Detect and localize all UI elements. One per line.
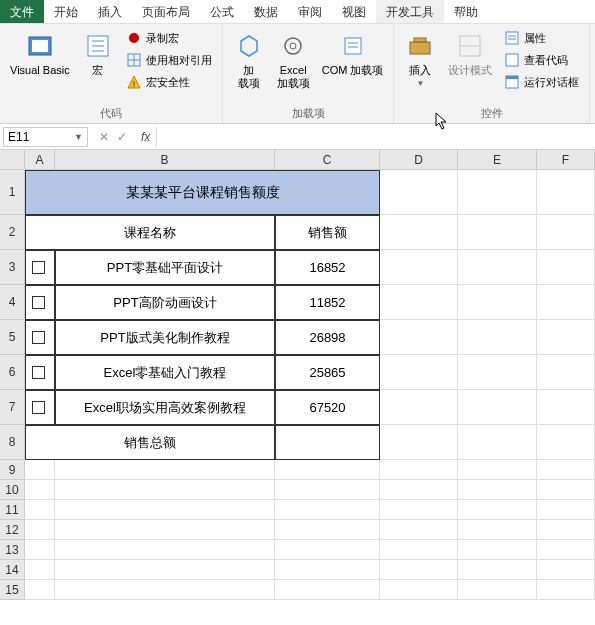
cell-E1[interactable]: [458, 170, 537, 215]
tab-page-layout[interactable]: 页面布局: [132, 0, 200, 23]
confirm-formula-button[interactable]: ✓: [117, 130, 127, 144]
cell-header-value[interactable]: 销售额: [275, 215, 380, 250]
tab-developer[interactable]: 开发工具: [376, 0, 444, 23]
row-header-15[interactable]: 15: [0, 580, 25, 600]
cell-F4[interactable]: [537, 285, 595, 320]
col-header-F[interactable]: F: [537, 150, 595, 170]
cell-E7[interactable]: [458, 390, 537, 425]
cell-B5[interactable]: PPT版式美化制作教程: [55, 320, 275, 355]
col-header-B[interactable]: B: [55, 150, 275, 170]
row-header-12[interactable]: 12: [0, 520, 25, 540]
cell-B9[interactable]: [55, 460, 275, 480]
checkbox-row3[interactable]: [32, 331, 45, 344]
cell-D15[interactable]: [380, 580, 458, 600]
cell-title[interactable]: 某某某平台课程销售额度: [25, 170, 380, 215]
insert-control-button[interactable]: 插入 ▼: [400, 28, 440, 90]
cell-F7[interactable]: [537, 390, 595, 425]
tab-view[interactable]: 视图: [332, 0, 376, 23]
cell-C15[interactable]: [275, 580, 380, 600]
cell-C6[interactable]: 25865: [275, 355, 380, 390]
col-header-E[interactable]: E: [458, 150, 537, 170]
cell-E14[interactable]: [458, 560, 537, 580]
select-all-corner[interactable]: [0, 150, 25, 170]
checkbox-row4[interactable]: [32, 366, 45, 379]
cell-E4[interactable]: [458, 285, 537, 320]
checkbox-row2[interactable]: [32, 296, 45, 309]
cell-D12[interactable]: [380, 520, 458, 540]
col-header-D[interactable]: D: [380, 150, 458, 170]
cell-C10[interactable]: [275, 480, 380, 500]
cell-F3[interactable]: [537, 250, 595, 285]
cell-A5[interactable]: [25, 320, 55, 355]
tab-review[interactable]: 审阅: [288, 0, 332, 23]
cell-F8[interactable]: [537, 425, 595, 460]
macro-security-button[interactable]: ! 宏安全性: [122, 72, 216, 92]
cell-F13[interactable]: [537, 540, 595, 560]
cancel-formula-button[interactable]: ✕: [99, 130, 109, 144]
cell-A4[interactable]: [25, 285, 55, 320]
tab-help[interactable]: 帮助: [444, 0, 488, 23]
cell-E15[interactable]: [458, 580, 537, 600]
cell-E5[interactable]: [458, 320, 537, 355]
cell-D7[interactable]: [380, 390, 458, 425]
addins-button[interactable]: 加 载项: [229, 28, 269, 92]
cell-D14[interactable]: [380, 560, 458, 580]
com-addins-button[interactable]: COM 加载项: [318, 28, 388, 79]
cell-D10[interactable]: [380, 480, 458, 500]
cell-C7[interactable]: 67520: [275, 390, 380, 425]
row-header-13[interactable]: 13: [0, 540, 25, 560]
cell-F15[interactable]: [537, 580, 595, 600]
cell-D4[interactable]: [380, 285, 458, 320]
cell-C4[interactable]: 11852: [275, 285, 380, 320]
tab-insert[interactable]: 插入: [88, 0, 132, 23]
row-header-11[interactable]: 11: [0, 500, 25, 520]
cell-B7[interactable]: Excel职场实用高效案例教程: [55, 390, 275, 425]
row-header-5[interactable]: 5: [0, 320, 25, 355]
cell-C12[interactable]: [275, 520, 380, 540]
cell-B6[interactable]: Excel零基础入门教程: [55, 355, 275, 390]
cell-D11[interactable]: [380, 500, 458, 520]
cell-F12[interactable]: [537, 520, 595, 540]
row-header-2[interactable]: 2: [0, 215, 25, 250]
cell-F1[interactable]: [537, 170, 595, 215]
formula-bar[interactable]: [156, 127, 595, 147]
excel-addins-button[interactable]: Excel 加载项: [273, 28, 314, 92]
cell-A6[interactable]: [25, 355, 55, 390]
cell-A3[interactable]: [25, 250, 55, 285]
cell-D1[interactable]: [380, 170, 458, 215]
cell-header-name[interactable]: 课程名称: [25, 215, 275, 250]
cell-E3[interactable]: [458, 250, 537, 285]
cell-C3[interactable]: 16852: [275, 250, 380, 285]
macros-button[interactable]: 宏: [78, 28, 118, 79]
cell-F5[interactable]: [537, 320, 595, 355]
cell-F11[interactable]: [537, 500, 595, 520]
cell-E13[interactable]: [458, 540, 537, 560]
cell-B15[interactable]: [55, 580, 275, 600]
row-header-9[interactable]: 9: [0, 460, 25, 480]
cell-D3[interactable]: [380, 250, 458, 285]
cell-C9[interactable]: [275, 460, 380, 480]
checkbox-row5[interactable]: [32, 401, 45, 414]
row-header-1[interactable]: 1: [0, 170, 25, 215]
cell-A7[interactable]: [25, 390, 55, 425]
col-header-C[interactable]: C: [275, 150, 380, 170]
cell-E9[interactable]: [458, 460, 537, 480]
row-header-4[interactable]: 4: [0, 285, 25, 320]
use-relative-refs-button[interactable]: 使用相对引用: [122, 50, 216, 70]
row-header-10[interactable]: 10: [0, 480, 25, 500]
cell-B11[interactable]: [55, 500, 275, 520]
row-header-8[interactable]: 8: [0, 425, 25, 460]
row-header-3[interactable]: 3: [0, 250, 25, 285]
name-box[interactable]: E11 ▼: [3, 127, 88, 147]
cell-D8[interactable]: [380, 425, 458, 460]
cell-F14[interactable]: [537, 560, 595, 580]
cell-D13[interactable]: [380, 540, 458, 560]
view-code-button[interactable]: 查看代码: [500, 50, 583, 70]
cell-E11[interactable]: [458, 500, 537, 520]
visual-basic-button[interactable]: Visual Basic: [6, 28, 74, 79]
cell-F2[interactable]: [537, 215, 595, 250]
tab-data[interactable]: 数据: [244, 0, 288, 23]
cell-F6[interactable]: [537, 355, 595, 390]
cell-A9[interactable]: [25, 460, 55, 480]
cell-B13[interactable]: [55, 540, 275, 560]
